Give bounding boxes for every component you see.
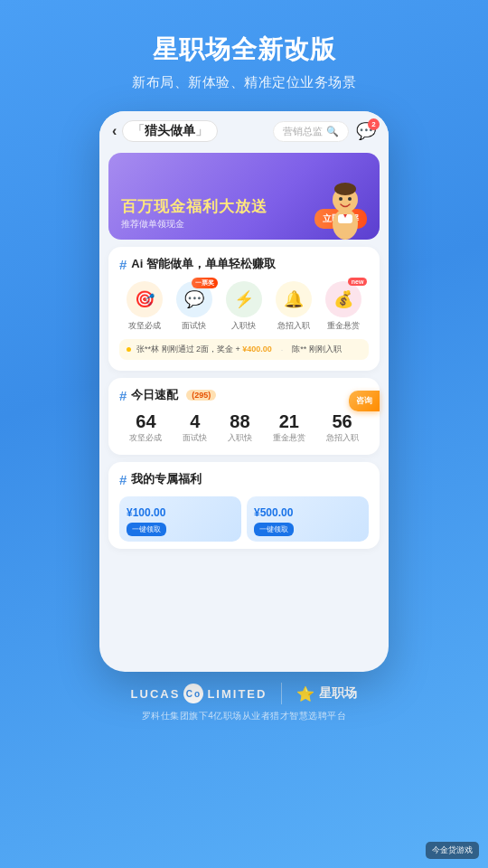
list-item[interactable]: 💰 new 重金悬赏: [325, 281, 361, 332]
lucas-circle-text: Co: [186, 689, 202, 699]
ai-icon-label-2: 面试快: [182, 320, 206, 332]
lucas-label: LUCAS: [131, 687, 181, 701]
today-hash: #: [119, 388, 127, 403]
banner-sub-text: 推荐做单领现金: [121, 218, 314, 231]
message-button[interactable]: 💬 2: [356, 121, 376, 141]
back-button[interactable]: ‹: [112, 123, 117, 139]
phone-topbar: ‹ 猎头做单 营销总监 🔍 💬 2: [99, 111, 389, 147]
stat-label-3: 入职快: [228, 432, 252, 444]
ticker-amount: ¥400.00: [242, 344, 272, 354]
message-badge: 2: [368, 118, 380, 130]
svg-point-6: [348, 197, 352, 201]
today-section-header: # 今日速配 (295): [119, 387, 369, 403]
banner-text: 百万现金福利大放送 推荐做单领现金: [121, 198, 314, 231]
ticker-item-1: 张**林 刚刚通过 2面，奖金 + ¥400.00: [136, 344, 272, 355]
ai-icon-label-5: 重金悬赏: [327, 320, 360, 332]
ai-icon-target: 🎯: [127, 281, 163, 317]
ai-section-header: # Ai 智能做单，单单轻松赚取: [119, 256, 369, 272]
welfare-section-header: # 我的专属福利: [119, 471, 369, 487]
stat-label-1: 攻坚必成: [129, 432, 162, 444]
footer-logos: LUCAS Co LIMITED ⭐ 星职场: [131, 683, 358, 704]
stat-number-2: 4: [190, 412, 200, 430]
svg-point-5: [339, 197, 343, 201]
today-section-title: 今日速配: [131, 387, 178, 403]
ai-hash: #: [119, 257, 127, 272]
stat-label-4: 重金悬赏: [273, 432, 305, 444]
xingzhi-label: 星职场: [319, 685, 357, 702]
stat-item-4[interactable]: 21 重金悬赏: [273, 412, 305, 444]
welfare-section-card: # 我的专属福利 ¥100.00 一键领取 ¥500.00 一键领取: [108, 462, 380, 549]
reward-badge: 一票奖: [192, 278, 218, 288]
topbar-right: 营销总监 🔍 💬 2: [273, 121, 376, 142]
welfare-hash: #: [119, 472, 127, 487]
hero-subtitle: 新布局、新体验、精准定位业务场景: [132, 74, 356, 91]
ai-icon-label-3: 入职快: [231, 320, 256, 332]
ai-icon-label-4: 急招入职: [277, 320, 310, 332]
ai-icon-fast: ⚡: [226, 281, 262, 317]
welfare-btn-1[interactable]: 一键领取: [127, 523, 166, 536]
consult-button[interactable]: 咨询: [349, 391, 380, 411]
hero-title: 星职场全新改版: [153, 33, 336, 67]
list-item[interactable]: 🔔 急招入职: [276, 281, 312, 332]
svg-point-0: [333, 209, 358, 240]
welfare-price-2: ¥500.00: [254, 506, 293, 519]
stat-label-2: 面试快: [183, 432, 207, 444]
list-item[interactable]: 💬 一票奖 面试快: [176, 281, 212, 332]
list-item[interactable]: ⚡ 入职快: [226, 281, 262, 332]
banner-figure: [322, 175, 369, 240]
footer-divider: [281, 683, 282, 704]
welfare-price-1: ¥100.00: [127, 506, 165, 519]
page-title-tag: 猎头做单: [122, 120, 218, 142]
phone-content: 百万现金福利大放送 推荐做单领现金 立即了解: [99, 147, 389, 672]
new-badge: new: [348, 278, 368, 286]
ai-icon-urgent: 🔔: [276, 281, 312, 317]
stat-number-1: 64: [136, 412, 155, 430]
ticker-dot: [127, 347, 131, 352]
ai-icons-row: 🎯 攻坚必成 💬 一票奖 面试快 ⚡ 入职快: [119, 281, 369, 332]
stat-label-5: 急招入职: [326, 432, 359, 444]
ticker-bar: 张**林 刚刚通过 2面，奖金 + ¥400.00 · 陈** 刚刚入职: [119, 339, 369, 360]
banner-section: 百万现金福利大放送 推荐做单领现金 立即了解: [108, 153, 380, 240]
stat-item-5[interactable]: 56 急招入职: [326, 412, 359, 444]
stat-number-3: 88: [230, 412, 249, 430]
stat-item-1[interactable]: 64 攻坚必成: [129, 412, 162, 444]
ai-icon-label-1: 攻坚必成: [128, 320, 161, 332]
search-text: 营销总监: [283, 125, 323, 138]
search-icon: 🔍: [326, 126, 339, 137]
ticker-divider: ·: [281, 345, 284, 354]
ai-icon-reward: 💰 new: [325, 281, 361, 317]
today-count-badge: (295): [186, 390, 216, 401]
limited-label: LIMITED: [207, 687, 267, 701]
lucas-logo: LUCAS Co LIMITED: [131, 684, 267, 703]
stat-number-5: 56: [332, 412, 352, 430]
xingzhi-logo: ⭐ 星职场: [296, 685, 357, 703]
list-item[interactable]: 🎯 攻坚必成: [127, 281, 163, 332]
ai-section-title: Ai 智能做单，单单轻松赚取: [131, 256, 276, 272]
ai-section-card: # Ai 智能做单，单单轻松赚取 🎯 攻坚必成 💬 一票奖 面试快: [108, 247, 380, 371]
today-section-card: # 今日速配 (295) 64 攻坚必成 4 面试快 88 入职快 21: [108, 378, 380, 455]
ticker-item-2: 陈** 刚刚入职: [292, 344, 342, 355]
stat-item-2[interactable]: 4 面试快: [183, 412, 207, 444]
ai-icon-chat: 💬 一票奖: [176, 281, 212, 317]
phone-mockup: ‹ 猎头做单 营销总监 🔍 💬 2 百万现金福利大放送 推荐做单领现金 立即了解: [99, 111, 389, 672]
welfare-item-2[interactable]: ¥500.00 一键领取: [247, 496, 369, 542]
star-icon: ⭐: [296, 685, 314, 703]
stat-item-3[interactable]: 88 入职快: [228, 412, 252, 444]
today-stats-row: 64 攻坚必成 4 面试快 88 入职快 21 重金悬赏 56 急招入职: [119, 412, 369, 444]
welfare-section-title: 我的专属福利: [131, 471, 202, 487]
banner-main-text: 百万现金福利大放送: [121, 198, 314, 216]
svg-point-2: [334, 183, 356, 195]
search-bar[interactable]: 营销总监 🔍: [273, 121, 349, 142]
welfare-preview: ¥100.00 一键领取 ¥500.00 一键领取: [119, 496, 369, 542]
footer-description: 罗科仕集团旗下4亿职场从业者猎才智慧选聘平台: [142, 710, 347, 722]
welfare-item-1[interactable]: ¥100.00 一键领取: [119, 496, 241, 542]
stat-number-4: 21: [279, 412, 299, 430]
watermark: 今金贷游戏: [426, 842, 479, 859]
lucas-circle: Co: [183, 684, 203, 703]
topbar-left: ‹ 猎头做单: [112, 120, 218, 142]
welfare-btn-2[interactable]: 一键领取: [254, 523, 294, 536]
footer: LUCAS Co LIMITED ⭐ 星职场 罗科仕集团旗下4亿职场从业者猎才智…: [131, 683, 358, 722]
